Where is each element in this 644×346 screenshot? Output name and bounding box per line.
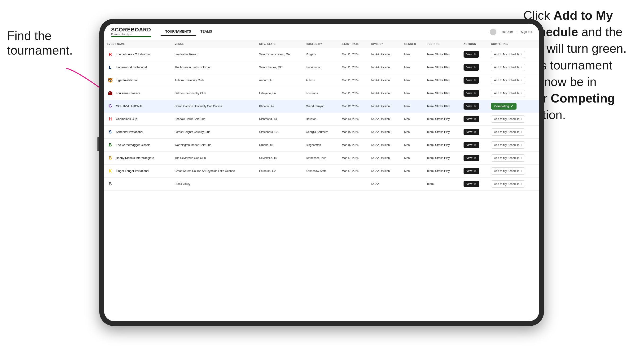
start-date-cell: Mar 13, 2024 — [339, 113, 368, 126]
school-logo: 🏔 — [107, 90, 114, 97]
division-cell: NCAA — [368, 177, 401, 190]
scoring-cell: Team, Stroke Play — [424, 87, 461, 100]
view-button[interactable]: View 👁 — [464, 77, 480, 84]
add-schedule-label: Add to My Schedule — [494, 156, 519, 160]
start-date-cell: Mar 17, 2024 — [339, 152, 368, 165]
event-name-text: GCU INVITATIONAL — [116, 105, 143, 108]
gender-cell: Men — [401, 113, 424, 126]
add-to-schedule-button[interactable]: Add to My Schedule + — [491, 77, 525, 84]
scoring-cell: Team, Stroke Play — [424, 74, 461, 87]
plus-icon: + — [520, 66, 522, 69]
event-name-cell: L Lindenwood Invitational — [104, 61, 172, 74]
city-state-cell: Statesboro, GA — [256, 126, 303, 139]
division-cell: NCAA Division I — [368, 61, 401, 74]
venue-cell: Forest Heights Country Club — [172, 126, 256, 139]
view-button[interactable]: View 👁 — [464, 142, 480, 148]
division-cell: NCAA Division I — [368, 113, 401, 126]
add-schedule-label: Add to My Schedule — [494, 169, 519, 173]
plus-icon: + — [520, 143, 522, 147]
view-button[interactable]: View 👁 — [464, 51, 480, 58]
event-name-text: Tiger Invitational — [116, 79, 138, 82]
event-name-cell: 🐯 Tiger Invitational — [104, 74, 172, 87]
start-date-cell: Mar 16, 2024 — [339, 139, 368, 152]
add-to-schedule-button[interactable]: Add to My Schedule + — [491, 51, 525, 58]
event-name-text: Lindenwood Invitational — [116, 66, 147, 69]
col-scoring: SCORING — [424, 40, 461, 48]
view-button[interactable]: View 👁 — [464, 155, 480, 161]
eye-icon: 👁 — [474, 170, 476, 173]
event-name-cell: B — [104, 177, 172, 190]
city-state-cell — [256, 177, 303, 190]
add-to-schedule-button[interactable]: Add to My Schedule + — [491, 155, 525, 162]
add-to-schedule-button[interactable]: Add to My Schedule + — [491, 180, 525, 187]
division-cell: NCAA Division I — [368, 87, 401, 100]
table-row: S Schenkel Invitational Forest Heights C… — [104, 126, 539, 139]
plus-icon: + — [520, 130, 522, 134]
scoring-cell: Team, Stroke Play — [424, 139, 461, 152]
competing-cell: Add to My Schedule + — [488, 165, 539, 177]
view-label: View — [466, 92, 472, 95]
plus-icon: + — [520, 182, 522, 186]
col-division: DIVISION — [368, 40, 401, 48]
table-row: L Lindenwood Invitational The Missouri B… — [104, 61, 539, 74]
competing-cell: Add to My Schedule + — [488, 61, 539, 74]
view-button[interactable]: View 👁 — [464, 90, 480, 97]
col-actions: ACTIONS — [461, 40, 488, 48]
add-schedule-label: Add to My Schedule — [494, 53, 519, 56]
actions-cell: View 👁 — [461, 126, 488, 139]
competing-cell: Add to My Schedule + — [488, 177, 539, 190]
view-button[interactable]: View 👁 — [464, 168, 480, 174]
event-name-cell: R The Johnnie - O Individual — [104, 48, 172, 61]
gender-cell: Men — [401, 126, 424, 139]
view-button[interactable]: View 👁 — [464, 116, 480, 122]
add-schedule-label: Add to My Schedule — [494, 143, 519, 147]
school-logo: G — [107, 103, 114, 110]
add-to-schedule-button[interactable]: Add to My Schedule + — [491, 129, 525, 136]
scoring-cell: Team, Stroke Play — [424, 113, 461, 126]
add-to-schedule-button[interactable]: Add to My Schedule + — [491, 90, 525, 97]
division-cell: NCAA Division I — [368, 126, 401, 139]
event-name-cell: 🏔 Louisiana Classics — [104, 87, 172, 100]
scoring-cell: Team, Stroke Play — [424, 61, 461, 74]
tab-teams[interactable]: TEAMS — [196, 28, 217, 36]
competing-cell: Add to My Schedule + — [488, 139, 539, 152]
view-button[interactable]: View 👁 — [464, 64, 480, 71]
gender-cell: Men — [401, 100, 424, 113]
event-name-cell: S Schenkel Invitational — [104, 126, 172, 139]
start-date-cell: Mar 11, 2024 — [339, 74, 368, 87]
col-city-state: CITY, STATE — [256, 40, 303, 48]
division-cell: NCAA Division I — [368, 100, 401, 113]
city-state-cell: Sevierville, TN — [256, 152, 303, 165]
table-row: K Linger Longer Invitational Great Water… — [104, 165, 539, 177]
tab-tournaments[interactable]: TOURNAMENTS — [160, 28, 196, 36]
view-button[interactable]: View 👁 — [464, 181, 480, 187]
eye-icon: 👁 — [474, 79, 476, 82]
add-to-schedule-button[interactable]: Add to My Schedule + — [491, 64, 525, 71]
event-name-cell: B Bobby Nichols Intercollegiate — [104, 152, 172, 165]
view-button[interactable]: View 👁 — [464, 129, 480, 135]
gender-cell: Men — [401, 61, 424, 74]
add-to-schedule-button[interactable]: Add to My Schedule + — [491, 142, 525, 149]
plus-icon: + — [520, 169, 522, 173]
logo-text: SCOREBOARD — [111, 27, 151, 33]
hosted-by-cell: Tennessee Tech — [303, 152, 339, 165]
actions-cell: View 👁 — [461, 113, 488, 126]
school-logo: S — [107, 129, 114, 135]
school-logo: K — [107, 168, 114, 174]
competing-button[interactable]: Competing ✓ — [491, 103, 516, 110]
event-name-text: The Carpetbagger Classic — [116, 143, 150, 147]
actions-cell: View 👁 — [461, 74, 488, 87]
eye-icon: 👁 — [474, 92, 476, 95]
school-logo: L — [107, 64, 114, 71]
sign-out-link[interactable]: Sign out — [521, 30, 532, 33]
venue-cell: The Missouri Bluffs Golf Club — [172, 61, 256, 74]
col-start-date: START DATE — [339, 40, 368, 48]
scoring-cell: Team, — [424, 177, 461, 190]
table-header-row: EVENT NAME VENUE CITY, STATE HOSTED BY S… — [104, 40, 539, 48]
view-button[interactable]: View 👁 — [464, 103, 480, 110]
add-to-schedule-button[interactable]: Add to My Schedule + — [491, 116, 525, 123]
add-to-schedule-button[interactable]: Add to My Schedule + — [491, 168, 525, 174]
tablet-side-button — [98, 137, 99, 151]
division-cell: NCAA Division I — [368, 152, 401, 165]
gender-cell: Men — [401, 152, 424, 165]
